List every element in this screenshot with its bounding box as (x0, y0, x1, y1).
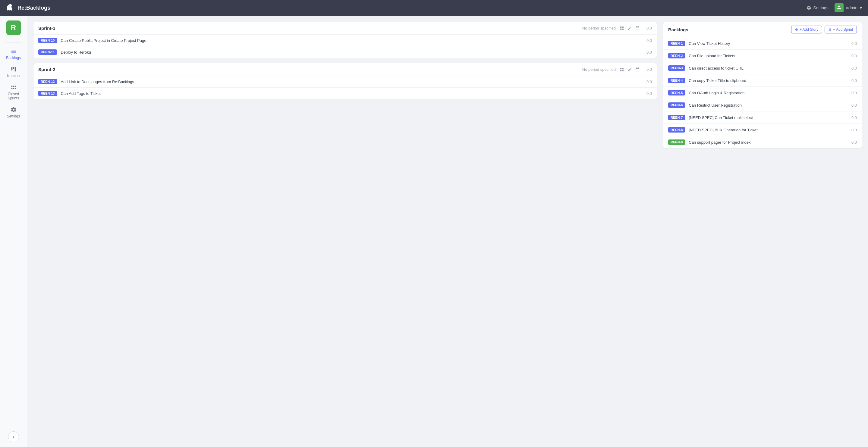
ticket-badge: REEN-3 (668, 65, 685, 71)
navbar: Re:Backlogs Settings admin ▾ (0, 0, 868, 15)
backlog-item[interactable]: REEN-3 Can direct access to ticket URL 0… (663, 62, 862, 74)
sprint-grid-icon[interactable] (619, 67, 624, 72)
ticket-badge: REEN-2 (668, 53, 685, 58)
sprint-icons (619, 26, 640, 31)
backlogs-header: Backlogs ⊕ + Add Story ⊕ + Add Sprint (663, 22, 862, 37)
backlog-item-title: Can OAuth Login & Registration (689, 91, 848, 95)
sprint-item-score: 0.0 (647, 79, 652, 84)
sprint-card-sprint-1: Sprint-1 No period specified 0.0 REEN-10… (33, 22, 657, 58)
closed-sprints-icon (10, 84, 17, 91)
backlog-item-title: Can Restrict User Registration (689, 103, 848, 107)
sprint-title: Sprint-2 (38, 67, 56, 72)
add-story-button[interactable]: ⊕ + Add Story (791, 26, 822, 33)
settings-label: Settings (813, 5, 829, 10)
backlog-item-score: 0.0 (851, 66, 857, 70)
backlog-item[interactable]: REEN-7 [NEED SPEC] Can Ticket multiselec… (663, 111, 862, 124)
backlog-item-score: 0.0 (851, 78, 857, 83)
sidebar-item-kanban[interactable]: Kanban (3, 63, 24, 81)
backlog-item-score: 0.0 (851, 128, 857, 132)
backlogs-panel: Backlogs ⊕ + Add Story ⊕ + Add Sprint RE… (663, 22, 862, 149)
ghost-icon (6, 4, 14, 12)
plus-icon-2: ⊕ (829, 27, 832, 32)
sidebar-item-settings[interactable]: Settings (3, 103, 24, 121)
sprint-edit-icon[interactable] (627, 26, 632, 31)
backlog-item[interactable]: REEN-4 Can copy Ticket Title to clipboar… (663, 74, 862, 87)
sprint-item[interactable]: REEN-13 Can Add Tags to Ticket 0.0 (33, 87, 657, 99)
sidebar: R Backlogs Kanban Closed Sprints Se (0, 15, 27, 447)
sprint-item-score: 0.0 (647, 50, 652, 55)
sprint-item[interactable]: REEN-10 Can Create Public Project in Cre… (33, 34, 657, 46)
sidebar-item-backlogs[interactable]: Backlogs (3, 45, 24, 63)
admin-button[interactable]: admin ▾ (835, 3, 862, 12)
plus-icon: ⊕ (795, 27, 798, 32)
sprint-period: No period specified (582, 26, 616, 30)
backlog-item-score: 0.0 (851, 140, 857, 145)
backlog-item-title: Can direct access to ticket URL (689, 66, 848, 70)
sprint-item-title: Add Link to Docs pages from Re:Backlogs (61, 79, 643, 84)
backlog-item-title: Can File upload for Tickets (689, 54, 848, 58)
backlog-item-title: Can copy Ticket Title to clipboard (689, 78, 848, 83)
backlog-item[interactable]: REEN-8 [NEED SPEC] Bulk Operation for Ti… (663, 124, 862, 136)
backlog-item[interactable]: REEN-9 Can support pager for Project ind… (663, 136, 862, 148)
admin-label: admin (846, 5, 858, 10)
sidebar-backlogs-label: Backlogs (6, 56, 21, 60)
sprint-calendar-icon[interactable] (635, 26, 640, 31)
brand: Re:Backlogs (6, 4, 50, 12)
backlog-item-score: 0.0 (851, 115, 857, 120)
sprint-score: 0.0 (644, 26, 652, 30)
sprint-icons (619, 67, 640, 72)
sprint-card-sprint-2: Sprint-2 No period specified 0.0 REEN-12… (33, 63, 657, 99)
add-sprint-label: + Add Sprint (833, 27, 853, 32)
sprint-item-score: 0.0 (647, 38, 652, 43)
backlog-item-score: 0.0 (851, 91, 857, 95)
project-avatar: R (6, 21, 21, 35)
sprint-grid-icon[interactable] (619, 26, 624, 31)
sprint-calendar-icon[interactable] (635, 67, 640, 72)
sprint-item-title: Can Create Public Project in Create Proj… (61, 38, 643, 43)
backlogs-title: Backlogs (668, 27, 791, 32)
add-story-label: + Add Story (800, 27, 818, 32)
backlog-item[interactable]: REEN-2 Can File upload for Tickets 0.0 (663, 50, 862, 62)
backlog-item-score: 0.0 (851, 103, 857, 107)
sidebar-closed-sprints-label: Closed Sprints (5, 92, 22, 100)
backlog-item-score: 0.0 (851, 41, 857, 46)
gear-icon (807, 5, 811, 10)
backlog-item-title: Can View Ticket History (689, 41, 848, 46)
ticket-badge: REEN-1 (668, 41, 685, 46)
sprint-item-title: Deploy to Heroku (61, 50, 643, 55)
sprint-period: No period specified (582, 67, 616, 72)
user-icon (836, 5, 842, 10)
ticket-badge: REEN-5 (668, 90, 685, 95)
add-sprint-button[interactable]: ⊕ + Add Sprint (825, 26, 857, 33)
settings-link[interactable]: Settings (807, 5, 829, 10)
admin-avatar (835, 3, 844, 12)
app-body: R Backlogs Kanban Closed Sprints Se (0, 15, 868, 447)
navbar-right: Settings admin ▾ (807, 3, 862, 12)
sprint-title: Sprint-1 (38, 26, 56, 31)
main-content: Sprint-1 No period specified 0.0 REEN-10… (27, 15, 868, 447)
backlogs-actions: ⊕ + Add Story ⊕ + Add Sprint (791, 26, 857, 33)
ticket-badge: REEN-9 (668, 139, 685, 145)
backlog-item-title: [NEED SPEC] Can Ticket multiselect (689, 115, 848, 120)
settings-icon (10, 106, 17, 113)
sidebar-item-closed-sprints[interactable]: Closed Sprints (3, 81, 24, 103)
ticket-badge: REEN-4 (668, 78, 685, 83)
ticket-badge: REEN-10 (38, 38, 57, 43)
sprint-edit-icon[interactable] (627, 67, 632, 72)
sprint-item[interactable]: REEN-12 Add Link to Docs pages from Re:B… (33, 75, 657, 87)
sprint-item[interactable]: REEN-11 Deploy to Heroku 0.0 (33, 46, 657, 58)
backlog-item[interactable]: REEN-6 Can Restrict User Registration 0.… (663, 99, 862, 111)
sidebar-kanban-label: Kanban (7, 74, 20, 78)
sidebar-expand-button[interactable]: › (8, 432, 19, 442)
backlogs-icon (10, 48, 17, 55)
sprint-header: Sprint-1 No period specified 0.0 (33, 22, 657, 34)
ticket-badge: REEN-6 (668, 102, 685, 108)
backlog-item[interactable]: REEN-5 Can OAuth Login & Registration 0.… (663, 87, 862, 99)
sprints-panel: Sprint-1 No period specified 0.0 REEN-10… (33, 22, 657, 441)
app-title: Re:Backlogs (18, 5, 50, 11)
backlog-item-title: Can support pager for Project index (689, 140, 848, 145)
backlogs-list: REEN-1 Can View Ticket History 0.0 REEN-… (663, 37, 862, 148)
backlog-item[interactable]: REEN-1 Can View Ticket History 0.0 (663, 37, 862, 50)
sidebar-settings-label: Settings (7, 114, 20, 118)
ticket-badge: REEN-13 (38, 91, 57, 96)
